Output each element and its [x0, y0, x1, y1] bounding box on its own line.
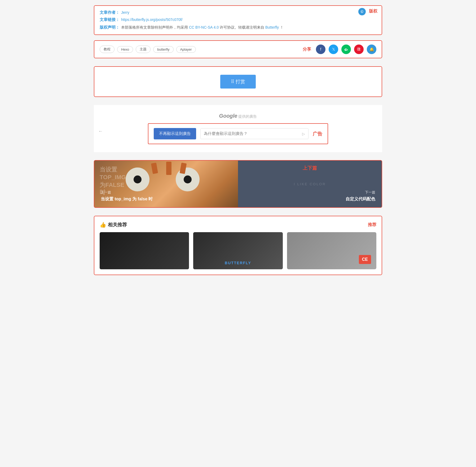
next-title: 自定义代码配色: [346, 196, 375, 202]
butterfly-text: BUTTERFLY: [225, 261, 251, 265]
prev-label: 上一篇: [101, 190, 232, 195]
related-posts-box: 👍 相关推荐 推荐 BUTTERFLY CE: [94, 216, 382, 275]
ad-google-text: 提供的廣告: [238, 114, 257, 118]
prev-next-navigation: 当设置TOP_IMG为FALSE时 上一篇 当设置 top_img 为 fals…: [94, 160, 382, 208]
article-link-row: 文章链接： https://butterfly.js.org/posts/507…: [100, 17, 376, 22]
tags-section: 教程 Hexo 主题 butterfly Aplayer: [100, 46, 196, 53]
related-grid: BUTTERFLY CE: [100, 232, 376, 269]
share-label: 分享: [303, 47, 311, 52]
ad-why-label[interactable]: 為什麼會顯示這則廣告？ ▷: [200, 128, 308, 139]
prev-article-nav[interactable]: 当设置TOP_IMG为FALSE时 上一篇 当设置 top_img 为 fals…: [94, 161, 238, 207]
author-link[interactable]: Jerry: [121, 10, 129, 15]
tag-item[interactable]: 教程: [100, 46, 114, 53]
tag-item[interactable]: Hexo: [117, 46, 133, 53]
related-card[interactable]: BUTTERFLY: [193, 232, 283, 269]
license-link[interactable]: CC BY-NC-SA 4.0: [189, 25, 219, 29]
next-article-nav[interactable]: 上下篇 I LIKE COLOR 下一篇 自定义代码配色: [238, 161, 382, 207]
reward-area: ⠿ 打赏: [94, 66, 382, 97]
ad-label: 广告: [313, 131, 322, 137]
ce-badge: CE: [359, 255, 371, 264]
source-link[interactable]: Butterfly: [265, 25, 279, 29]
twitter-share-icon[interactable]: 𝕏: [329, 45, 338, 54]
thumbsup-icon: 👍: [100, 222, 106, 228]
copyright-badge: 版权: [369, 8, 377, 14]
tags-share-box: 教程 Hexo 主题 butterfly Aplayer 分享 f 𝕏 微 🔔: [94, 40, 382, 58]
reward-button[interactable]: ⠿ 打赏: [220, 75, 256, 89]
tag-item[interactable]: Aplayer: [176, 46, 196, 53]
weibo-share-icon[interactable]: 微: [354, 45, 364, 54]
related-header: 👍 相关推荐 推荐: [100, 222, 376, 228]
copyright-box: © 版权 文章作者： Jerry 文章链接： https://butterfly…: [94, 5, 382, 35]
copyright-circle-icon: ©: [358, 8, 366, 15]
ad-play-icon: ▷: [302, 132, 305, 136]
recommend-label: 推荐: [368, 222, 376, 228]
next-label: 下一篇: [365, 190, 375, 195]
next-watermark: I LIKE COLOR: [294, 182, 326, 186]
share-section: 分享 f 𝕏 微 🔔: [303, 45, 376, 54]
facebook-share-icon[interactable]: f: [316, 45, 325, 54]
ad-hide-button[interactable]: 不再顯示這則廣告: [154, 128, 196, 139]
wechat-share-icon[interactable]: [341, 45, 351, 54]
tag-item[interactable]: butterfly: [153, 46, 173, 53]
license-text: 本部落格所有文章除特别声明外，均采用 CC BY-NC-SA 4.0 许可协议。…: [121, 24, 284, 30]
link-label: 文章链接：: [100, 17, 120, 22]
back-arrow-icon[interactable]: ←: [98, 129, 103, 134]
nav-section-label: 上下篇: [303, 165, 317, 171]
ad-box: 不再顯示這則廣告 為什麼會顯示這則廣告？ ▷ 广告: [148, 123, 328, 144]
author-label: 文章作者：: [100, 10, 120, 15]
tag-item[interactable]: 主题: [136, 46, 151, 53]
ad-wrapper: ← Google 提供的廣告 不再顯示這則廣告 為什麼會顯示這則廣告？ ▷ 广告: [94, 105, 382, 152]
author-row: 文章作者： Jerry: [100, 10, 376, 15]
license-label: 版权声明：: [100, 25, 120, 30]
notification-share-icon[interactable]: 🔔: [367, 45, 376, 54]
prev-title: 当设置 top_img 为 false 时: [101, 196, 232, 202]
ad-google-label: Google 提供的廣告: [110, 113, 366, 119]
related-title: 👍 相关推荐: [100, 222, 127, 228]
article-url-link[interactable]: https://butterfly.js.org/posts/507c070f/: [121, 17, 183, 22]
related-card[interactable]: [100, 232, 189, 269]
license-row: 版权声明： 本部落格所有文章除特别声明外，均采用 CC BY-NC-SA 4.0…: [100, 24, 376, 30]
related-card[interactable]: CE: [287, 232, 376, 269]
